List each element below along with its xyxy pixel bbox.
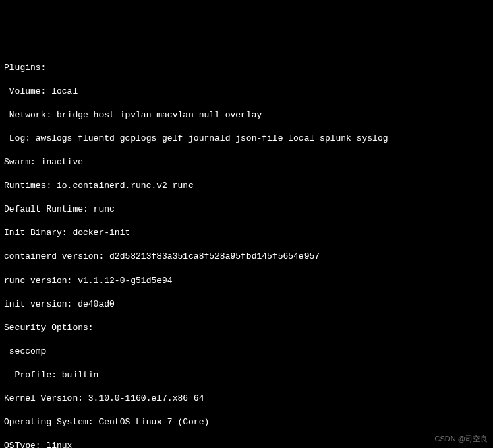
init-binary-line: Init Binary: docker-init: [4, 227, 489, 239]
operating-system-line: Operating System: CentOS Linux 7 (Core): [4, 416, 489, 428]
security-options-header: Security Options:: [4, 322, 489, 334]
network-line: Network: bridge host ipvlan macvlan null…: [4, 109, 489, 121]
runtimes-line: Runtimes: io.containerd.runc.v2 runc: [4, 180, 489, 192]
runc-version-line: runc version: v1.1.12-0-g51d5e94: [4, 275, 489, 287]
default-runtime-line: Default Runtime: runc: [4, 203, 489, 216]
watermark: CSDN @司空良: [435, 434, 488, 444]
log-line: Log: awslogs fluentd gcplogs gelf journa…: [4, 133, 489, 145]
volume-line: Volume: local: [4, 86, 489, 98]
containerd-version-line: containerd version: d2d58213f83a351ca8f5…: [4, 251, 489, 263]
kernel-version-line: Kernel Version: 3.10.0-1160.el7.x86_64: [4, 393, 489, 405]
ostype-line: OSType: linux: [4, 440, 489, 448]
profile-line: Profile: builtin: [4, 369, 489, 381]
init-version-line: init version: de40ad0: [4, 298, 489, 311]
swarm-line: Swarm: inactive: [4, 156, 489, 168]
plugins-header: Plugins:: [4, 62, 489, 74]
seccomp-line: seccomp: [4, 346, 489, 358]
terminal-output: Plugins: Volume: local Network: bridge h…: [4, 50, 489, 448]
